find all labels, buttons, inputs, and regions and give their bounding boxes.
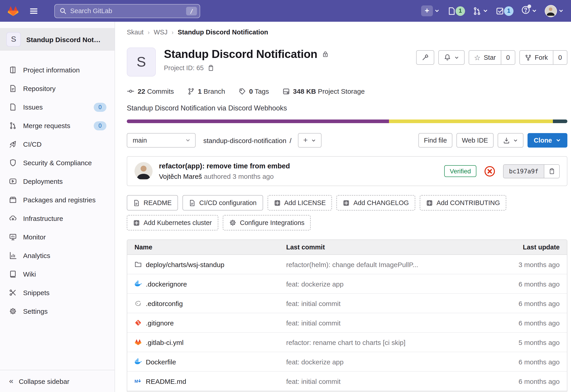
search-input[interactable] — [70, 7, 183, 14]
notifications-button[interactable] — [438, 50, 465, 65]
language-segment[interactable] — [127, 120, 389, 123]
document-icon — [133, 199, 140, 206]
todos-count-badge: 1 — [504, 6, 514, 16]
commit-message-link[interactable]: refactor(helm): change default ImagePull… — [286, 261, 492, 268]
table-row[interactable]: .dockerignore feat: dockerize app 6 mont… — [127, 274, 567, 294]
commits-stat[interactable]: 22 Commits — [127, 87, 174, 95]
sidebar-item-deployments[interactable]: Deployments — [0, 172, 114, 191]
table-row[interactable]: .editorconfig feat: initial commit 6 mon… — [127, 294, 567, 313]
search-box[interactable]: / — [54, 4, 200, 18]
table-row[interactable]: .gitignore feat: initial commit 6 months… — [127, 313, 567, 333]
add-kubernetes-cluster-button[interactable]: Add Kubernetes cluster — [127, 215, 218, 230]
sidebar-item-wiki[interactable]: Wiki — [0, 265, 114, 283]
collapse-sidebar-button[interactable]: « Collapse sidebar — [0, 370, 114, 392]
plus-square-icon — [133, 219, 140, 226]
table-row[interactable]: deploy/charts/wsj-standup refactor(helm)… — [127, 255, 567, 274]
table-row[interactable]: M README.md feat: initial commit 6 month… — [127, 372, 567, 391]
file-link[interactable]: M README.md — [134, 377, 286, 385]
branch-selector[interactable]: main — [127, 133, 196, 148]
sidebar-item-cicd[interactable]: CI/CD — [0, 135, 114, 154]
verified-badge[interactable]: Verified — [444, 165, 476, 177]
sidebar-item-packages-registries[interactable]: Packages and registries — [0, 191, 114, 209]
commit-message-link[interactable]: feat: initial commit — [286, 377, 492, 385]
gitlab-logo-icon[interactable] — [7, 5, 19, 16]
breadcrumb-group-link[interactable]: Skaut — [127, 28, 143, 36]
configure-integrations-button[interactable]: Configure Integrations — [223, 215, 311, 230]
sidebar-item-merge-requests[interactable]: Merge requests 0 — [0, 116, 114, 135]
table-row[interactable]: Dockerfile feat: dockerize app 6 months … — [127, 352, 567, 372]
notification-dot — [528, 4, 531, 8]
gitlab-project-page: / + 1 1 — [0, 0, 571, 392]
commit-message-link[interactable]: feat: dockerize app — [286, 358, 492, 365]
breadcrumb-subgroup-link[interactable]: WSJ — [154, 28, 168, 36]
commit-author-avatar[interactable] — [134, 162, 153, 180]
user-menu-button[interactable] — [545, 5, 564, 17]
commit-title-link[interactable]: refactor(app): remove time from embed — [159, 162, 290, 170]
commit-message-link[interactable]: feat: dockerize app — [286, 280, 492, 288]
file-link[interactable]: Dockerfile — [134, 358, 286, 365]
copy-sha-button[interactable] — [544, 165, 559, 178]
sidebar-item-snippets[interactable]: Snippets — [0, 283, 114, 302]
file-link[interactable]: .editorconfig — [134, 299, 286, 307]
quick-action-label: CI/CD configuration — [199, 199, 257, 206]
download-button[interactable] — [498, 133, 523, 148]
star-count[interactable]: 0 — [501, 51, 515, 64]
issues-button[interactable]: 1 — [447, 6, 465, 16]
sidebar-item-label: CI/CD — [23, 140, 42, 148]
merge-requests-button[interactable] — [473, 7, 488, 15]
sidebar-item-repository[interactable]: Repository — [0, 79, 114, 98]
new-menu-button[interactable]: + — [421, 5, 440, 16]
file-link[interactable]: deploy/charts/wsj-standup — [134, 261, 286, 268]
language-segment[interactable] — [389, 120, 553, 123]
find-file-button[interactable]: Find file — [418, 133, 452, 148]
commit-author-name[interactable]: Vojtěch Mareš — [159, 172, 202, 180]
file-link[interactable]: .gitignore — [134, 319, 286, 327]
sidebar-item-settings[interactable]: Settings — [0, 302, 114, 321]
cicd-configuration-button[interactable]: CI/CD configuration — [183, 195, 263, 210]
add-license-button[interactable]: Add LICENSE — [267, 195, 332, 210]
add-contributing-button[interactable]: Add CONTRIBUTING — [420, 195, 506, 210]
language-bar[interactable] — [127, 120, 567, 123]
star-button-group[interactable]: ☆ Star 0 — [469, 50, 515, 65]
bell-icon — [444, 54, 451, 61]
sidebar-item-analytics[interactable]: Analytics — [0, 246, 114, 265]
sidebar-item-security-compliance[interactable]: Security & Compliance — [0, 154, 114, 172]
add-changelog-button[interactable]: Add CHANGELOG — [337, 195, 415, 210]
copy-project-id-icon[interactable] — [207, 65, 214, 71]
top-navbar: / + 1 1 — [0, 0, 571, 22]
commit-message-link[interactable]: feat: initial commit — [286, 319, 492, 327]
commit-message-link[interactable]: refactor: rename chart to charts [ci ski… — [286, 338, 492, 346]
add-file-dropdown[interactable]: + — [298, 133, 321, 148]
fork-button-group[interactable]: Fork 0 — [519, 50, 567, 65]
fork-count[interactable]: 0 — [553, 51, 567, 64]
breadcrumb-separator-icon: › — [171, 29, 174, 36]
help-menu-button[interactable] — [521, 5, 537, 16]
table-row[interactable]: .gitlab-ci.yml refactor: rename chart to… — [127, 333, 567, 352]
commit-message-link[interactable]: feat: initial commit — [286, 299, 492, 307]
issues-count-badge: 1 — [456, 6, 465, 16]
sidebar-item-project-information[interactable]: Project information — [0, 61, 114, 79]
tags-stat[interactable]: 0 Tags — [239, 87, 269, 95]
fork-button[interactable]: Fork — [520, 51, 553, 64]
sidebar-item-issues[interactable]: Issues 0 — [0, 98, 114, 116]
star-button[interactable]: ☆ Star — [469, 51, 501, 64]
branches-stat[interactable]: 1 Branch — [187, 87, 225, 95]
readme-button[interactable]: README — [127, 195, 178, 210]
language-segment[interactable] — [553, 120, 567, 123]
admin-wrench-button[interactable] — [416, 50, 434, 65]
clone-button[interactable]: Clone — [527, 133, 567, 148]
last-update: 5 months ago — [492, 338, 560, 346]
pipeline-failed-icon[interactable] — [484, 166, 495, 177]
menu-hamburger-icon[interactable] — [27, 4, 40, 17]
file-link[interactable]: .gitlab-ci.yml — [134, 338, 286, 346]
sidebar-item-infrastructure[interactable]: Infrastructure — [0, 209, 114, 228]
docker-icon — [134, 358, 142, 365]
sidebar-item-monitor[interactable]: Monitor — [0, 228, 114, 246]
gitlab-tanuki-icon — [134, 339, 142, 346]
file-link[interactable]: .dockerignore — [134, 280, 286, 288]
repo-path[interactable]: standup-discord-notification — [203, 137, 286, 144]
web-ide-button[interactable]: Web IDE — [457, 133, 494, 148]
sidebar-project-header[interactable]: S Standup Discord Notification — [0, 28, 114, 51]
todos-button[interactable]: 1 — [496, 6, 514, 16]
storage-stat[interactable]: 348 KB Project Storage — [283, 87, 365, 95]
